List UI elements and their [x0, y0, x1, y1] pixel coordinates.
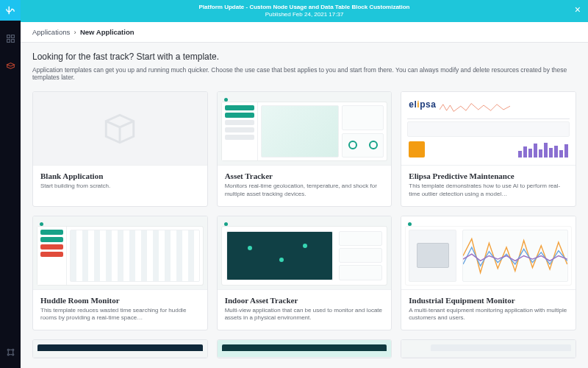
dashboards-icon[interactable]: [0, 28, 21, 49]
template-title: Indoor Asset Tracker: [225, 296, 384, 305]
svg-point-4: [7, 349, 9, 350]
template-card-peek[interactable]: [217, 339, 392, 358]
template-card-peek[interactable]: [401, 339, 576, 358]
template-title: Industrial Equipment Monitor: [409, 296, 568, 305]
template-card-industrial[interactable]: Industrial Equipment Monitor A multi-ten…: [401, 216, 576, 331]
template-thumb: [401, 340, 576, 358]
announcement-banner: Platform Update - Custom Node Usage and …: [21, 0, 588, 22]
template-desc: This template reduces wasted time search…: [40, 307, 200, 323]
template-desc: A multi-tenant equipment monitoring appl…: [409, 307, 568, 323]
main: Platform Update - Custom Node Usage and …: [21, 0, 588, 368]
template-card-elipsa[interactable]: elipsa: [401, 91, 576, 207]
template-thumb: [33, 216, 207, 290]
sparkline-icon: [440, 101, 510, 114]
template-card-asset-tracker[interactable]: Asset Tracker Monitors real-time geoloca…: [217, 91, 392, 207]
breadcrumb-root[interactable]: Applications: [32, 28, 70, 36]
template-desc: Start building from scratch.: [40, 183, 200, 191]
template-desc: Multi-view application that can be used …: [225, 307, 384, 323]
banner-subtitle: Published Feb 24, 2021 17:37: [199, 11, 410, 18]
svg-point-7: [12, 353, 13, 355]
template-card-peek[interactable]: [32, 339, 208, 358]
template-desc: Monitors real-time geolocation, temperat…: [225, 183, 384, 199]
breadcrumb-current: New Application: [80, 28, 135, 36]
svg-rect-2: [7, 39, 10, 42]
template-thumb: [401, 216, 576, 290]
template-grid: Blank Application Start building from sc…: [32, 91, 576, 358]
template-thumb: elipsa: [401, 92, 576, 166]
template-thumb: [218, 92, 392, 166]
template-card-huddle[interactable]: Huddle Room Monitor This template reduce…: [32, 216, 208, 331]
settings-icon[interactable]: [0, 342, 21, 362]
template-card-blank[interactable]: Blank Application Start building from sc…: [32, 91, 208, 207]
content: Looking for the fast track? Start with a…: [21, 43, 588, 368]
banner-title: Platform Update - Custom Node Usage and …: [199, 4, 410, 11]
svg-rect-1: [11, 35, 14, 38]
template-thumb: [33, 340, 207, 358]
template-title: Blank Application: [40, 171, 200, 180]
breadcrumb: Applications › New Application: [21, 22, 588, 43]
svg-rect-0: [7, 35, 10, 38]
template-thumb: [218, 340, 392, 358]
template-title: Asset Tracker: [225, 171, 384, 180]
template-thumb: [33, 92, 207, 166]
sidebar: [0, 0, 21, 368]
devices-icon[interactable]: [0, 56, 21, 77]
template-title: Elipsa Predictive Maintenance: [409, 171, 568, 180]
box-icon: [101, 110, 138, 147]
page-subheading: Application templates can get you up and…: [32, 66, 576, 81]
template-title: Huddle Room Monitor: [40, 296, 200, 305]
elipsa-logo: elipsa: [409, 99, 436, 110]
logo[interactable]: [0, 0, 21, 21]
page-heading: Looking for the fast track? Start with a…: [32, 52, 576, 62]
close-icon[interactable]: ×: [575, 4, 581, 15]
svg-rect-3: [11, 39, 14, 42]
template-thumb: [218, 216, 392, 290]
svg-point-6: [7, 353, 9, 355]
template-card-indoor[interactable]: Indoor Asset Tracker Multi-view applicat…: [217, 216, 392, 331]
svg-point-5: [12, 349, 13, 350]
template-desc: This template demonstrates how to use AI…: [409, 183, 568, 199]
